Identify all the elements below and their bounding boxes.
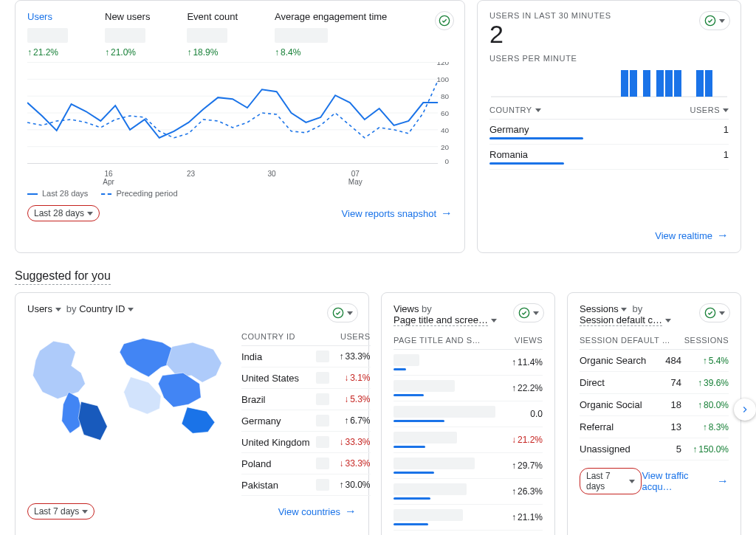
col-page-title: PAGE TITLE AND S… (394, 336, 481, 345)
table-row[interactable]: United States 3.1% (241, 367, 371, 389)
card-title[interactable]: Users by Country ID (27, 303, 134, 314)
realtime-row[interactable]: Romania 1 (489, 145, 729, 170)
page-title-masked (394, 458, 475, 469)
tab-new-users[interactable]: New users 21.0% (105, 11, 150, 58)
caret-down-icon (621, 308, 627, 311)
delta: 30.0% (329, 480, 371, 490)
svg-rect-18 (630, 70, 637, 97)
check-badge[interactable] (327, 303, 358, 322)
arrow-right-icon: → (717, 229, 729, 242)
delta: 11.4% (501, 357, 543, 367)
card-title[interactable]: Sessions by Session default c… (580, 303, 671, 325)
table-row[interactable]: 22.2% (394, 376, 543, 401)
table-row[interactable]: 26.3% (394, 479, 543, 505)
check-badge[interactable] (513, 303, 544, 322)
svg-text:80: 80 (441, 92, 450, 100)
svg-point-25 (333, 308, 343, 317)
col-users: USERS (340, 332, 370, 341)
delta: 8.3% (687, 422, 729, 432)
caret-down-icon (719, 19, 725, 23)
svg-rect-21 (665, 70, 673, 97)
table-row[interactable]: United Kingdom 33.3% (241, 432, 371, 453)
delta: 3.1% (329, 373, 371, 383)
svg-text:20: 20 (441, 143, 450, 151)
channel-name: Organic Search (580, 355, 653, 366)
caret-down-icon (87, 212, 93, 215)
svg-text:100: 100 (436, 75, 449, 83)
world-map (27, 322, 234, 447)
page-title-masked (394, 354, 419, 366)
users-by-country-card: Users by Country ID (15, 292, 369, 535)
svg-rect-23 (696, 70, 704, 97)
caret-down-icon (665, 319, 671, 322)
table-row[interactable]: Direct 74 39.6% (580, 372, 729, 394)
table-row[interactable]: 29.7% (394, 453, 543, 479)
table-row[interactable]: Germany 6.7% (241, 410, 371, 432)
table-row[interactable]: 21.1% (394, 505, 543, 531)
country-name: United Kingdom (241, 437, 310, 448)
table-row[interactable]: Poland 33.3% (241, 453, 371, 474)
next-page-button[interactable] (734, 398, 756, 421)
svg-rect-24 (705, 70, 712, 97)
metric-tabs: Users 21.2% New users 21.0% Event count … (27, 11, 453, 58)
table-row[interactable]: Organic Search 484 5.4% (580, 350, 729, 372)
page-title-masked (394, 432, 457, 443)
date-range-picker[interactable]: Last 7 days (27, 503, 94, 520)
delta: 5.4% (687, 356, 729, 366)
caret-down-icon (719, 311, 725, 315)
arrow-right-icon: → (441, 207, 453, 220)
tab-label: Users (27, 11, 68, 22)
view-reports-link[interactable]: View reports snapshot→ (342, 207, 453, 220)
table-row[interactable]: Pakistan 30.0% (241, 474, 371, 496)
country-name: Poland (241, 458, 310, 469)
table-row[interactable]: 11.4% (394, 350, 543, 376)
channel-name: Direct (580, 377, 653, 388)
svg-rect-19 (643, 70, 650, 97)
check-badge[interactable] (699, 303, 730, 322)
table-row[interactable]: Brazil 5.3% (241, 389, 371, 410)
x-axis-ticks: 16 Apr 23 30 07 May (27, 170, 453, 186)
view-traffic-link[interactable]: View traffic acqu…→ (642, 470, 729, 492)
country-name: Pakistan (241, 480, 310, 491)
table-row[interactable]: India 33.3% (241, 346, 371, 367)
sessions-count: 74 (659, 377, 681, 388)
svg-rect-20 (656, 70, 664, 97)
delta: 33.3% (329, 437, 371, 447)
country-name: India (241, 351, 310, 362)
overview-card: Users 21.2% New users 21.0% Event count … (15, 0, 465, 253)
caret-down-icon (347, 311, 353, 315)
view-realtime-link[interactable]: View realtime→ (655, 229, 729, 242)
table-row[interactable]: Referral 13 8.3% (580, 416, 729, 438)
tab-event-count[interactable]: Event count 18.9% (187, 11, 238, 58)
value-masked (316, 415, 329, 427)
card-title[interactable]: Views by Page title and scree… (394, 303, 497, 325)
svg-point-27 (705, 308, 715, 317)
sessions-count: 13 (659, 421, 681, 432)
view-countries-link[interactable]: View countries→ (278, 505, 357, 518)
table-row[interactable]: Unassigned 5 150.0% (580, 438, 729, 460)
caret-down-icon (128, 308, 134, 311)
col-country-id: COUNTRY ID (241, 332, 295, 341)
users-per-minute-chart (489, 63, 729, 98)
realtime-row[interactable]: Germany 1 (489, 120, 729, 145)
table-row[interactable]: Organic Social 18 80.0% (580, 394, 729, 416)
channel-name: Organic Social (580, 399, 653, 410)
sessions-by-channel-card: Sessions by Session default c… SESSION D… (567, 292, 741, 535)
table-row[interactable]: 0.0 (394, 401, 543, 427)
date-range-picker[interactable]: Last 28 days (27, 205, 100, 221)
tab-users[interactable]: Users 21.2% (27, 11, 68, 58)
svg-point-26 (519, 308, 529, 317)
metric-masked (27, 28, 68, 43)
arrow-right-icon: → (345, 505, 357, 518)
col-country[interactable]: COUNTRY (489, 106, 541, 114)
metric-masked (105, 28, 145, 43)
tab-avg-engagement[interactable]: Average engagement time 8.4% (275, 11, 387, 58)
delta: 26.3% (501, 486, 543, 497)
value-masked (316, 436, 329, 448)
date-range-picker[interactable]: Last 7 days (580, 468, 642, 494)
check-badge[interactable] (699, 11, 730, 30)
page-title-masked (394, 483, 467, 495)
col-users[interactable]: USERS (690, 106, 729, 114)
table-row[interactable]: 21.2% (394, 427, 543, 453)
svg-text:120: 120 (436, 62, 449, 66)
